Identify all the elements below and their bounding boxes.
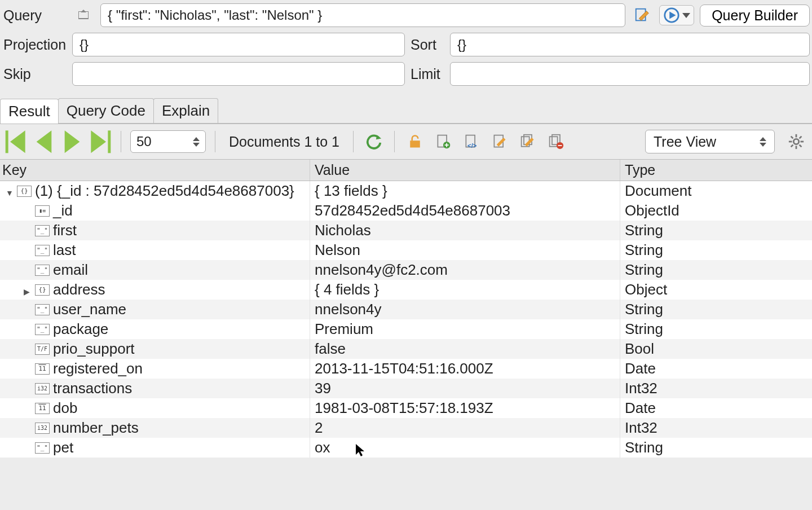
int-type-icon xyxy=(35,423,50,434)
limit-input[interactable] xyxy=(450,62,810,86)
field-row[interactable]: petoxString xyxy=(0,438,812,458)
field-type: Int32 xyxy=(620,379,812,398)
query-panel: Query Query Builder Projection Sort Skip… xyxy=(0,0,812,98)
delete-doc-icon[interactable] xyxy=(545,130,567,153)
svg-line-29 xyxy=(791,145,793,147)
query-input[interactable] xyxy=(100,3,625,27)
field-row[interactable]: user_namennelson4yString xyxy=(0,300,812,319)
tab-explain[interactable]: Explain xyxy=(153,98,218,123)
field-type: String xyxy=(620,240,812,260)
field-key: registered_on xyxy=(53,360,143,377)
doc-root-row[interactable]: (1) {_id : 57d28452ed5d4d54e8687003} { 1… xyxy=(0,181,812,201)
field-type: String xyxy=(620,319,812,339)
field-row[interactable]: lastNelsonString xyxy=(0,240,812,260)
field-row[interactable]: prio_supportfalseBool xyxy=(0,339,812,359)
column-key[interactable]: Key xyxy=(0,160,310,181)
svg-line-28 xyxy=(800,145,802,147)
field-row[interactable]: number_pets2Int32 xyxy=(0,418,812,438)
add-doc-icon[interactable] xyxy=(432,130,454,153)
field-type: String xyxy=(620,260,812,280)
obj-type-icon xyxy=(35,284,50,296)
svg-marker-5 xyxy=(37,130,52,153)
svg-marker-4 xyxy=(10,130,25,153)
view-json-icon[interactable]: </> xyxy=(460,130,483,153)
field-value: Nicholas xyxy=(310,221,620,240)
field-type: Int32 xyxy=(620,418,812,438)
field-type: ObjectId xyxy=(620,201,812,221)
results-body: (1) {_id : 57d28452ed5d4d54e8687003} { 1… xyxy=(0,181,812,458)
nav-last-icon[interactable] xyxy=(89,130,112,153)
field-key: first xyxy=(53,222,77,239)
svg-rect-3 xyxy=(6,130,8,153)
root-key: (1) {_id : 57d28452ed5d4d54e8687003} xyxy=(35,182,294,200)
field-type: Date xyxy=(620,359,812,379)
field-row[interactable]: emailnnelson4y@fc2.comString xyxy=(0,260,812,280)
expand-toggle-icon[interactable] xyxy=(24,281,32,298)
field-row[interactable]: address{ 4 fields }Object xyxy=(0,280,812,300)
field-value: 57d28452ed5d4d54e8687003 xyxy=(310,201,620,221)
field-value: ox xyxy=(310,438,620,458)
field-type: Object xyxy=(620,280,812,300)
field-row[interactable]: transactions39Int32 xyxy=(0,379,812,398)
root-value: { 13 fields } xyxy=(310,181,620,201)
field-key: address xyxy=(53,281,105,298)
field-value: Premium xyxy=(310,319,620,339)
results-toolbar: 50 Documents 1 to 1 </> Tree View xyxy=(0,124,812,160)
settings-gear-icon[interactable] xyxy=(785,130,807,153)
tab-result[interactable]: Result xyxy=(0,99,59,124)
run-dropdown-icon[interactable] xyxy=(682,13,690,18)
field-key: dob xyxy=(53,399,77,417)
field-key: last xyxy=(53,241,76,259)
field-type: Date xyxy=(620,398,812,418)
results-header: Key Value Type xyxy=(0,160,812,181)
view-mode-select[interactable]: Tree View xyxy=(645,130,775,153)
root-type: Document xyxy=(620,181,812,201)
nav-prev-icon[interactable] xyxy=(33,130,55,153)
field-type: String xyxy=(620,300,812,319)
projection-label: Projection xyxy=(2,37,67,53)
sort-input[interactable] xyxy=(450,33,810,56)
column-value[interactable]: Value xyxy=(310,160,620,181)
nav-first-icon[interactable] xyxy=(5,130,27,153)
svg-line-30 xyxy=(800,137,802,139)
date-type-icon xyxy=(35,363,50,375)
field-row[interactable]: firstNicholasString xyxy=(0,221,812,240)
field-key: pet xyxy=(53,439,73,456)
expand-toggle-icon[interactable] xyxy=(6,182,14,200)
date-type-icon xyxy=(35,403,50,414)
field-row[interactable]: _id57d28452ed5d4d54e8687003ObjectId xyxy=(0,201,812,221)
query-builder-button[interactable]: Query Builder xyxy=(700,5,810,27)
refresh-icon[interactable] xyxy=(363,130,385,153)
field-row[interactable]: registered_on2013-11-15T04:51:16.000ZDat… xyxy=(0,359,812,379)
field-row[interactable]: dob1981-03-08T15:57:18.193ZDate xyxy=(0,398,812,418)
skip-input[interactable] xyxy=(72,62,405,86)
svg-line-27 xyxy=(791,137,793,139)
edit-query-icon[interactable] xyxy=(631,4,654,27)
nav-next-icon[interactable] xyxy=(61,130,83,153)
str-type-icon xyxy=(35,265,50,276)
edit-multi-icon[interactable] xyxy=(517,130,539,153)
field-key: transactions xyxy=(53,380,132,397)
svg-rect-21 xyxy=(558,145,562,146)
field-row[interactable]: packagePremiumString xyxy=(0,319,812,339)
field-type: String xyxy=(620,438,812,458)
field-value: 2013-11-15T04:51:16.000Z xyxy=(310,359,620,379)
int-type-icon xyxy=(35,383,50,394)
projection-input[interactable] xyxy=(72,33,405,56)
page-size-value: 50 xyxy=(136,134,152,150)
column-type[interactable]: Type xyxy=(620,160,812,181)
object-type-icon xyxy=(17,186,32,197)
str-type-icon xyxy=(35,442,50,454)
tab-query-code[interactable]: Query Code xyxy=(58,98,154,123)
skip-label: Skip xyxy=(2,66,67,82)
svg-marker-6 xyxy=(65,130,80,153)
field-value: Nelson xyxy=(310,240,620,260)
lock-icon[interactable] xyxy=(404,130,426,153)
limit-label: Limit xyxy=(411,66,444,82)
page-size-select[interactable]: 50 xyxy=(130,130,206,153)
view-mode-value: Tree View xyxy=(654,134,716,150)
query-history-icon[interactable] xyxy=(72,4,95,27)
field-key: prio_support xyxy=(53,340,135,358)
edit-doc-icon[interactable] xyxy=(488,130,511,153)
run-query-button[interactable] xyxy=(659,5,694,25)
